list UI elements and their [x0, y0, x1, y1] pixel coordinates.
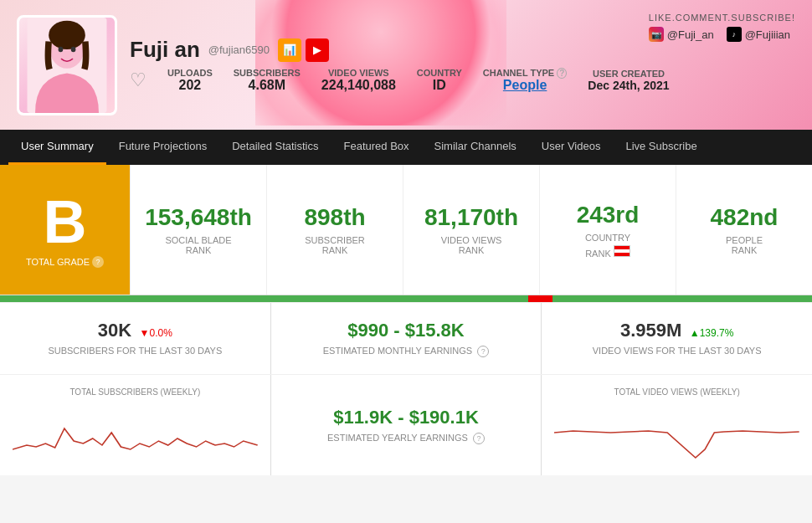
- video-views-chart-svg: [554, 403, 799, 462]
- subscribers-30-card: 30K ▼0.0% SUBSCRIBERS FOR THE LAST 30 DA…: [0, 303, 270, 374]
- social-blade-rank: 153,648th SOCIAL BLADERANK: [130, 165, 266, 295]
- subscribers-30-number: 30K: [98, 320, 131, 341]
- social-blade-rank-value: 153,648th: [145, 204, 252, 231]
- progress-green-1: [0, 295, 528, 302]
- people-rank: 482nd PEOPLERANK: [676, 165, 812, 295]
- country-label: COUNTRY: [417, 68, 462, 78]
- instagram-handle-text: @Fuji_an: [667, 28, 714, 41]
- country-rank-label: COUNTRYRANK: [585, 233, 630, 259]
- video-views-stat: VIDEO VIEWS 224,140,088: [321, 68, 396, 93]
- nav-future-projections[interactable]: Future Projections: [106, 130, 220, 165]
- svg-point-3: [59, 46, 64, 52]
- charts-row: TOTAL SUBSCRIBERS (WEEKLY) $11.9K - $190…: [0, 375, 812, 475]
- video-views-30-value: 3.959M ▲139.7%: [558, 320, 795, 341]
- subscribers-value: 4.68M: [234, 78, 301, 93]
- uploads-stat: UPLOADS 202: [167, 68, 213, 93]
- subscribers-chart-card: TOTAL SUBSCRIBERS (WEEKLY): [0, 375, 270, 475]
- subscribers-30-change: ▼0.0%: [140, 327, 172, 339]
- nav-user-summary[interactable]: User Summary: [8, 130, 106, 165]
- video-button[interactable]: ▶: [306, 38, 329, 62]
- grade-box: B TOTAL GRADE ?: [0, 165, 130, 295]
- people-rank-label: PEOPLERANK: [726, 235, 763, 255]
- video-views-rank-label: VIDEO VIEWSRANK: [441, 235, 502, 255]
- subscriber-rank-value: 898th: [304, 204, 365, 231]
- subscribers-chart-area: [13, 403, 258, 462]
- profile-info: Fuji an @fujian6590 📊 ▶ ♡ UPLOADS 202 SU…: [130, 37, 670, 93]
- tiktok-handle[interactable]: ♪ @Fujiiian: [727, 27, 790, 42]
- country-rank: 243rd COUNTRYRANK: [539, 165, 676, 295]
- avatar: [19, 18, 115, 113]
- channel-type-stat: CHANNEL TYPE ? People: [483, 68, 568, 93]
- rankings-section: 153,648th SOCIAL BLADERANK 898th SUBSCRI…: [130, 165, 812, 295]
- yearly-earnings-card: $11.9K - $190.1K ESTIMATED YEARLY EARNIN…: [271, 375, 542, 475]
- stats-cards-row: 30K ▼0.0% SUBSCRIBERS FOR THE LAST 30 DA…: [0, 303, 812, 374]
- uploads-label: UPLOADS: [167, 68, 213, 78]
- monthly-earnings-help[interactable]: ?: [477, 346, 489, 357]
- avatar-container: [17, 15, 117, 115]
- video-views-chart-title: TOTAL VIDEO VIEWS (WEEKLY): [554, 387, 799, 397]
- svg-point-2: [49, 20, 85, 49]
- grade-label: TOTAL GRADE ?: [26, 256, 104, 268]
- user-created-value: Dec 24th, 2021: [588, 79, 669, 92]
- video-views-30-card: 3.959M ▲139.7% VIDEO VIEWS FOR THE LAST …: [542, 303, 812, 374]
- grade-help-icon[interactable]: ?: [92, 256, 104, 268]
- social-handles: 📷 @Fuji_an ♪ @Fujiiian: [649, 27, 795, 42]
- subscribers-30-value: 30K ▼0.0%: [17, 320, 254, 341]
- nav-live-subscribe[interactable]: Live Subscribe: [613, 130, 709, 165]
- nav-bar: User Summary Future Projections Detailed…: [0, 130, 812, 165]
- yearly-earnings-value: $11.9K - $190.1K: [333, 407, 479, 428]
- favorite-button[interactable]: ♡: [130, 69, 146, 91]
- country-flag: [614, 245, 630, 257]
- monthly-earnings-card: $990 - $15.8K ESTIMATED MONTHLY EARNINGS…: [271, 303, 542, 374]
- country-rank-value: 243rd: [577, 202, 640, 228]
- video-views-value: 224,140,088: [321, 78, 396, 93]
- video-views-30-change: ▲139.7%: [690, 327, 734, 339]
- country-value: ID: [417, 78, 462, 93]
- people-rank-value: 482nd: [711, 204, 779, 231]
- video-views-30-number: 3.959M: [620, 320, 681, 341]
- uploads-value: 202: [167, 78, 213, 93]
- nav-user-videos[interactable]: User Videos: [529, 130, 614, 165]
- profile-icons: 📊 ▶: [278, 38, 329, 62]
- subscribers-label: SUBSCRIBERS: [234, 68, 301, 78]
- svg-point-4: [71, 46, 76, 52]
- profile-name: Fuji an: [130, 37, 200, 63]
- bar-chart-button[interactable]: 📊: [278, 38, 301, 62]
- video-views-30-label: VIDEO VIEWS FOR THE LAST 30 DAYS: [558, 346, 795, 356]
- profile-handle: @fujian6590: [208, 44, 270, 56]
- nav-similar-channels[interactable]: Similar Channels: [422, 130, 529, 165]
- video-views-rank: 81,170th VIDEO VIEWSRANK: [403, 165, 539, 295]
- yearly-earnings-label: ESTIMATED YEARLY EARNINGS ?: [327, 433, 485, 444]
- video-views-chart-card: TOTAL VIDEO VIEWS (WEEKLY): [542, 375, 812, 475]
- social-info: LIKE.COMMENT.SUBSCRIBE! 📷 @Fuji_an ♪ @Fu…: [649, 13, 795, 42]
- main-content: B TOTAL GRADE ? 153,648th SOCIAL BLADERA…: [0, 165, 812, 475]
- nav-detailed-statistics[interactable]: Detailed Statistics: [219, 130, 331, 165]
- monthly-earnings-label: ESTIMATED MONTHLY EARNINGS ?: [288, 346, 525, 357]
- like-comment-subscribe: LIKE.COMMENT.SUBSCRIBE!: [649, 13, 795, 23]
- video-views-chart-area: [554, 403, 799, 462]
- video-views-label: VIDEO VIEWS: [321, 68, 396, 78]
- country-stat: COUNTRY ID: [417, 68, 462, 93]
- stats-row: ♡ UPLOADS 202 SUBSCRIBERS 4.68M VIDEO VI…: [130, 68, 670, 93]
- subscribers-chart-title: TOTAL SUBSCRIBERS (WEEKLY): [13, 387, 258, 397]
- tiktok-handle-text: @Fujiiian: [745, 28, 790, 41]
- subscribers-stat: SUBSCRIBERS 4.68M: [234, 68, 301, 93]
- channel-type-label: CHANNEL TYPE ?: [483, 68, 568, 78]
- progress-bar: [0, 295, 812, 302]
- subscriber-rank: 898th SUBSCRIBERRANK: [266, 165, 403, 295]
- top-stats-row: B TOTAL GRADE ? 153,648th SOCIAL BLADERA…: [0, 165, 812, 295]
- video-views-rank-value: 81,170th: [424, 204, 518, 231]
- user-created-stat: USER CREATED Dec 24th, 2021: [588, 69, 669, 92]
- yearly-earnings-help[interactable]: ?: [473, 433, 485, 444]
- profile-section: Fuji an @fujian6590 📊 ▶ ♡ UPLOADS 202 SU…: [17, 15, 670, 115]
- profile-name-row: Fuji an @fujian6590 📊 ▶: [130, 37, 670, 63]
- channel-type-value: People: [483, 78, 568, 93]
- progress-red: [528, 295, 552, 302]
- social-blade-rank-label: SOCIAL BLADERANK: [165, 235, 231, 255]
- grade-letter: B: [44, 192, 87, 252]
- subscriber-rank-label: SUBSCRIBERRANK: [305, 235, 365, 255]
- tiktok-icon: ♪: [727, 27, 742, 42]
- nav-featured-box[interactable]: Featured Box: [331, 130, 422, 165]
- subscribers-30-label: SUBSCRIBERS FOR THE LAST 30 DAYS: [17, 346, 254, 356]
- monthly-earnings-value: $990 - $15.8K: [288, 320, 525, 341]
